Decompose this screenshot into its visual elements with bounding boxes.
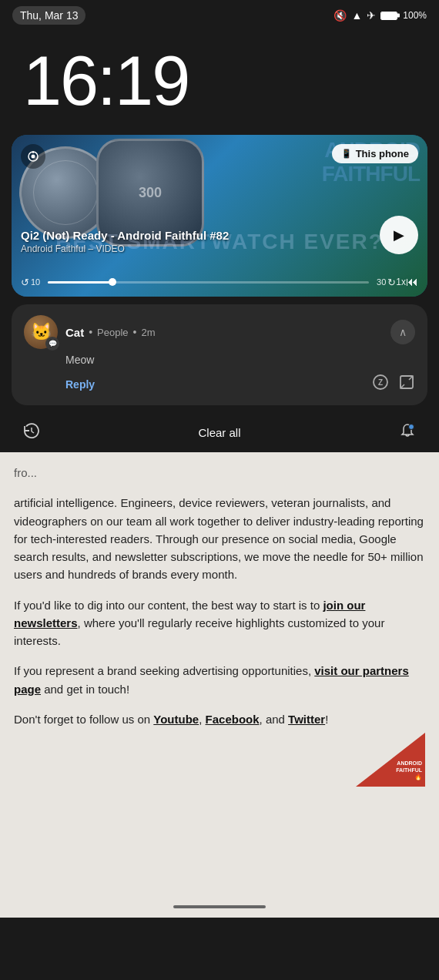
forward-label: 30 bbox=[377, 277, 386, 287]
rewind-icon: ↺ bbox=[21, 277, 29, 288]
clock-time: 16:19 bbox=[23, 46, 416, 116]
corner-badge-spacer: ANDROID FAITHFUL 🔥 bbox=[14, 740, 425, 787]
media-controls: ↺ 10 30 ↻ 1x ⏮ bbox=[21, 275, 418, 289]
home-indicator bbox=[0, 899, 439, 918]
article-body-3-before: If you represent a brand seeking adverti… bbox=[14, 664, 314, 677]
article-body-2-before: If you'd like to dig into our content, t… bbox=[14, 599, 323, 612]
status-date: Thu, Mar 13 bbox=[12, 6, 85, 25]
media-progress-dot bbox=[109, 278, 116, 286]
separator-dot2: • bbox=[133, 326, 137, 338]
signal-icon: ▲ bbox=[351, 9, 362, 22]
media-title: Qi2 (Not) Ready - Android Faithful #82 bbox=[21, 229, 374, 242]
status-bar: Thu, Mar 13 🔇 ▲ ✈ 100% bbox=[0, 0, 439, 31]
phone-badge[interactable]: 📱 This phone bbox=[332, 144, 418, 163]
article-body-3-after: and get in touch! bbox=[41, 683, 129, 696]
skip-back-icon: ⏮ bbox=[406, 275, 418, 289]
battery-icon: 100% bbox=[380, 10, 427, 21]
speed-label: 1x bbox=[396, 277, 406, 287]
history-icon[interactable] bbox=[23, 422, 40, 443]
article-body-2: If you'd like to dig into our content, t… bbox=[14, 596, 425, 650]
article-comma-1: , bbox=[199, 713, 205, 726]
media-progress-fill bbox=[48, 281, 112, 284]
snooze-icon[interactable]: Z bbox=[372, 374, 389, 394]
collapse-button[interactable]: ∧ bbox=[390, 320, 415, 344]
svg-point-1 bbox=[32, 155, 35, 159]
notification-category: People bbox=[97, 327, 128, 338]
notification-action-icons: Z bbox=[372, 374, 415, 394]
notification-left: 💬 Cat • People • 2m bbox=[24, 315, 156, 349]
corner-badge-text: ANDROID FAITHFUL 🔥 bbox=[396, 760, 422, 780]
corner-badge-line2: FAITHFUL bbox=[396, 767, 422, 774]
phone-icon: 📱 bbox=[341, 149, 352, 159]
status-icons: 🔇 ▲ ✈ 100% bbox=[333, 9, 427, 22]
battery-label: 100% bbox=[403, 10, 427, 21]
notification-message: Meow bbox=[24, 354, 415, 366]
article-body-3: If you represent a brand seeking adverti… bbox=[14, 662, 425, 698]
bottom-clear-bar: Clear all bbox=[0, 413, 439, 452]
clock-section: 16:19 bbox=[0, 31, 439, 123]
svg-line-7 bbox=[32, 431, 34, 433]
media-subtitle: Android Faithful – VIDEO bbox=[21, 243, 374, 254]
article-body-1-text: artificial intelligence. Engineers, devi… bbox=[14, 496, 424, 581]
notification-time: 2m bbox=[141, 327, 155, 338]
separator-dot: • bbox=[89, 326, 92, 338]
forward-button[interactable]: 30 ↻ bbox=[377, 277, 396, 288]
skip-back-button[interactable]: ⏮ bbox=[406, 275, 418, 289]
notification-card: 💬 Cat • People • 2m ∧ Meow Reply Z bbox=[12, 304, 427, 405]
media-card: androidFaithful BEST SMARTWATCH EVER? 📱 … bbox=[12, 135, 427, 297]
speed-button[interactable]: 1x bbox=[396, 277, 406, 287]
corner-badge: ANDROID FAITHFUL 🔥 bbox=[356, 733, 425, 787]
notification-settings-icon[interactable] bbox=[399, 422, 416, 443]
article-body-4: Don't forget to follow us on Youtube, Fa… bbox=[14, 710, 425, 728]
chevron-up-icon: ∧ bbox=[399, 326, 407, 338]
svg-text:Z: Z bbox=[378, 378, 383, 387]
svg-point-8 bbox=[409, 425, 414, 430]
avatar-container: 💬 bbox=[24, 315, 58, 349]
rewind-label: 10 bbox=[31, 277, 40, 287]
phone-badge-label: This phone bbox=[356, 148, 409, 159]
article-end: ! bbox=[325, 713, 328, 726]
mute-icon: 🔇 bbox=[333, 9, 347, 22]
airplane-icon: ✈ bbox=[367, 9, 376, 22]
corner-badge-line1: ANDROID bbox=[396, 760, 422, 767]
play-icon: ▶ bbox=[394, 227, 404, 243]
notification-actions: Reply Z bbox=[24, 374, 415, 394]
notification-name-row: Cat • People • 2m bbox=[65, 326, 156, 339]
home-indicator-bar bbox=[173, 905, 266, 908]
media-info: Qi2 (Not) Ready - Android Faithful #82 A… bbox=[21, 229, 374, 254]
article-body-1: artificial intelligence. Engineers, devi… bbox=[14, 494, 425, 583]
media-play-button[interactable]: ▶ bbox=[380, 216, 418, 254]
article-and: , and bbox=[260, 713, 289, 726]
article-partial-top: fro... bbox=[14, 464, 425, 482]
article-body-4-before: Don't forget to follow us on bbox=[14, 713, 153, 726]
rewind-button[interactable]: ↺ 10 bbox=[21, 277, 40, 288]
clear-all-button[interactable]: Clear all bbox=[198, 426, 240, 439]
forward-icon: ↻ bbox=[387, 277, 396, 288]
notification-header: 💬 Cat • People • 2m ∧ bbox=[24, 315, 415, 349]
media-progress-bar[interactable] bbox=[48, 281, 369, 284]
facebook-link[interactable]: Facebook bbox=[206, 713, 260, 726]
app-badge-icon: 💬 bbox=[45, 337, 59, 351]
notification-meta: Cat • People • 2m bbox=[65, 326, 156, 339]
expand-icon[interactable] bbox=[398, 374, 415, 394]
article-section: fro... artificial intelligence. Engineer… bbox=[0, 452, 439, 899]
article-partial-text: fro... bbox=[14, 466, 37, 479]
youtube-link[interactable]: Youtube bbox=[153, 713, 199, 726]
reply-button[interactable]: Reply bbox=[65, 378, 95, 391]
corner-badge-icon: 🔥 bbox=[396, 774, 422, 780]
twitter-link[interactable]: Twitter bbox=[288, 713, 325, 726]
sender-name: Cat bbox=[65, 326, 84, 339]
podcast-icon bbox=[21, 144, 45, 169]
